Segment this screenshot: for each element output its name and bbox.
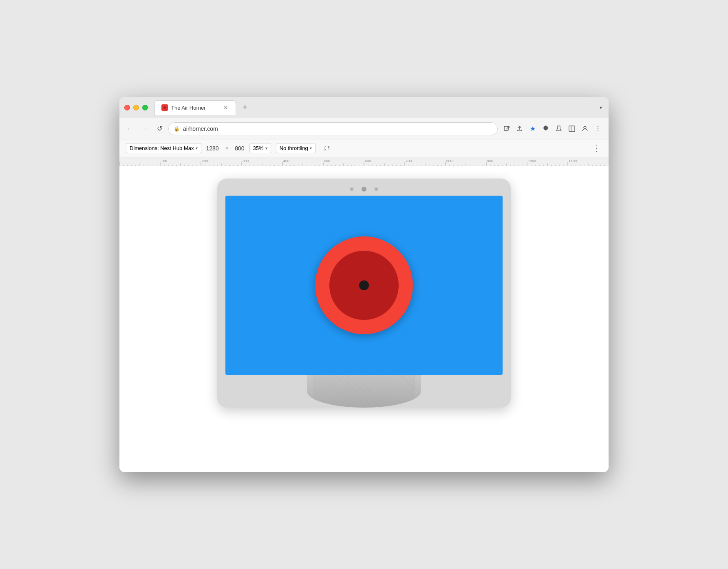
tab-bar: The Air Horner ✕ + ▾	[154, 100, 604, 115]
rotate-icon	[323, 144, 331, 152]
share-button[interactable]	[514, 123, 525, 135]
open-external-button[interactable]	[501, 123, 512, 135]
svg-point-5	[584, 126, 586, 129]
device-screen[interactable]	[225, 196, 503, 375]
layout-icon	[569, 126, 575, 132]
browser-tab[interactable]: The Air Horner ✕	[154, 100, 236, 115]
viewport-ruler	[119, 157, 609, 166]
device-indicator-right	[375, 187, 378, 191]
title-bar: The Air Horner ✕ + ▾	[119, 97, 609, 118]
devtools-more-icon: ⋮	[593, 144, 600, 153]
flask-icon	[556, 126, 562, 132]
refresh-icon: ↺	[157, 125, 162, 132]
minimize-button[interactable]	[133, 105, 139, 110]
traffic-lights	[124, 105, 148, 110]
bookmark-button[interactable]: ★	[527, 123, 538, 135]
horn-inner-ring	[329, 251, 399, 320]
tab-title: The Air Horner	[171, 105, 219, 111]
tab-close-button[interactable]: ✕	[223, 104, 229, 111]
devtools-toolbar: Dimensions: Nest Hub Max ▾ 1280 × 800 35…	[119, 139, 609, 157]
back-button[interactable]: ←	[124, 123, 136, 135]
extensions-button[interactable]	[540, 123, 552, 135]
zoom-value: 35%	[253, 145, 264, 151]
device-camera	[362, 187, 366, 192]
vertical-dots-icon: ⋮	[595, 125, 601, 132]
address-bar[interactable]: 🔒 airhorner.com	[168, 122, 498, 135]
throttle-dropdown-icon: ▾	[310, 146, 312, 150]
new-tab-button[interactable]: +	[239, 102, 251, 113]
rotate-button[interactable]	[320, 142, 333, 155]
devtools-more-button[interactable]: ⋮	[591, 143, 602, 154]
viewport-area	[119, 166, 609, 472]
tab-favicon	[161, 104, 168, 111]
horn-button[interactable]	[315, 236, 413, 334]
forward-icon: →	[141, 125, 148, 132]
profile-button[interactable]	[579, 123, 591, 135]
zoom-selector[interactable]: 35% ▾	[249, 143, 271, 153]
device-base	[307, 375, 421, 408]
dimension-separator: ×	[225, 145, 229, 151]
device-dropdown-icon: ▾	[196, 146, 198, 150]
star-icon: ★	[530, 125, 536, 132]
throttle-selector[interactable]: No throttling ▾	[276, 143, 315, 153]
layout-button[interactable]	[566, 123, 578, 135]
share-icon	[516, 126, 523, 132]
url-text: airhorner.com	[183, 126, 492, 132]
ruler-canvas	[119, 157, 609, 166]
svg-rect-2	[504, 126, 508, 130]
back-icon: ←	[127, 125, 133, 132]
device-label: Dimensions: Nest Hub Max	[130, 145, 194, 151]
horn-outer-ring	[315, 236, 413, 334]
maximize-button[interactable]	[142, 105, 148, 110]
viewport-height[interactable]: 800	[235, 145, 244, 152]
navigation-bar: ← → ↺ 🔒 airhorner.com	[119, 118, 609, 139]
external-link-icon	[503, 126, 510, 132]
svg-point-1	[163, 106, 166, 109]
nav-icon-group: ★	[501, 123, 604, 135]
lock-icon: 🔒	[174, 126, 180, 132]
viewport-width[interactable]: 1280	[206, 145, 219, 152]
close-button[interactable]	[124, 105, 130, 110]
device-mockup	[217, 179, 511, 408]
refresh-button[interactable]: ↺	[154, 123, 165, 135]
labs-button[interactable]	[553, 123, 565, 135]
browser-window: The Air Horner ✕ + ▾ ← → ↺ 🔒 airhorner.c…	[119, 97, 609, 472]
forward-button[interactable]: →	[139, 123, 150, 135]
person-icon	[582, 126, 588, 132]
device-top-bar	[225, 187, 503, 192]
throttle-value: No throttling	[280, 145, 308, 151]
device-selector[interactable]: Dimensions: Nest Hub Max ▾	[126, 143, 201, 153]
zoom-dropdown-icon: ▾	[265, 146, 267, 150]
air-horner-app	[225, 196, 503, 375]
more-options-button[interactable]: ⋮	[592, 123, 604, 135]
device-indicator-left	[350, 187, 353, 191]
puzzle-icon	[543, 126, 549, 132]
tab-list-chevron[interactable]: ▾	[598, 103, 604, 112]
horn-center-dot	[359, 280, 369, 290]
